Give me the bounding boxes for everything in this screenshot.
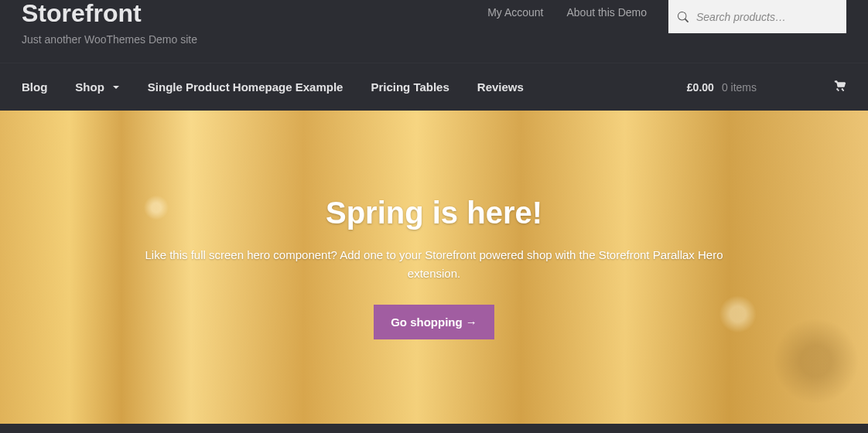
cart-item-count: 0 items — [722, 81, 757, 94]
search-icon — [678, 12, 689, 22]
nav-blog[interactable]: Blog — [22, 80, 47, 94]
search-input[interactable] — [696, 11, 837, 23]
hero-title: Spring is here! — [326, 196, 542, 230]
go-shopping-button[interactable]: Go shopping → — [374, 305, 494, 339]
nav-my-account[interactable]: My Account — [487, 6, 543, 19]
nav-about-demo[interactable]: About this Demo — [567, 6, 648, 19]
nav-shop-label: Shop — [75, 80, 104, 94]
main-menu: Blog Shop Single Product Homepage Exampl… — [22, 80, 687, 94]
nav-reviews[interactable]: Reviews — [477, 80, 524, 94]
nav-shop[interactable]: Shop — [75, 80, 120, 94]
nav-single-product[interactable]: Single Product Homepage Example — [148, 80, 343, 94]
cart-amount: £0.00 — [687, 81, 714, 94]
header-nav-row: Blog Shop Single Product Homepage Exampl… — [0, 63, 868, 111]
search-box[interactable] — [668, 0, 846, 33]
site-header: Storefront Just another WooThemes Demo s… — [0, 0, 868, 111]
chevron-down-icon — [112, 84, 120, 91]
site-branding: Storefront Just another WooThemes Demo s… — [22, 0, 487, 46]
nav-pricing-tables[interactable]: Pricing Tables — [371, 80, 449, 94]
site-tagline: Just another WooThemes Demo site — [22, 33, 487, 46]
cart-icon — [834, 80, 846, 94]
secondary-nav: My Account About this Demo — [487, 0, 647, 19]
hero-section: Spring is here! Like this full screen he… — [0, 111, 868, 424]
hero-subtitle: Like this full screen hero component? Ad… — [140, 246, 728, 283]
header-top-row: Storefront Just another WooThemes Demo s… — [0, 0, 868, 63]
cart-link[interactable]: £0.00 0 items — [687, 80, 846, 94]
site-title[interactable]: Storefront — [22, 0, 487, 27]
